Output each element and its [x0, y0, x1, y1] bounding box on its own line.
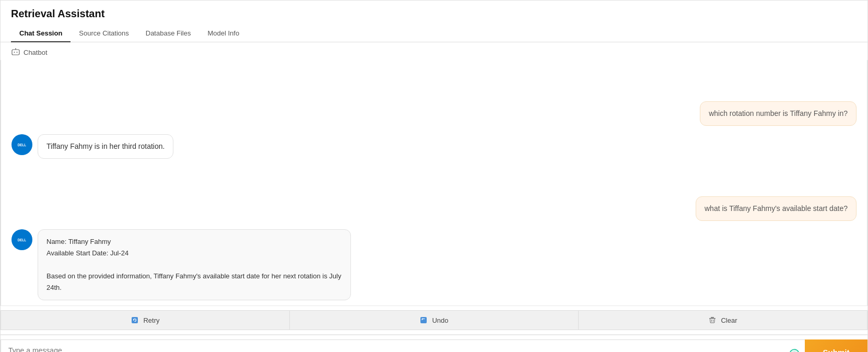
svg-rect-11 — [709, 318, 715, 319]
input-wrapper — [1, 339, 805, 352]
tab-database-files[interactable]: Database Files — [137, 25, 200, 42]
submit-label: Submit — [823, 348, 850, 353]
message-row: DELL Tiffany Fahmy is in her third rotat… — [11, 134, 857, 159]
svg-point-1 — [14, 52, 15, 53]
clear-button[interactable]: Clear — [579, 310, 867, 330]
messages-container[interactable]: which rotation number is Tiffany Fahmy i… — [1, 60, 867, 306]
bot-avatar: DELL — [11, 229, 32, 250]
svg-text:DELL: DELL — [18, 238, 27, 242]
chatbot-icon — [11, 48, 20, 57]
user-bubble: which rotation number is Tiffany Fahmy i… — [700, 101, 857, 126]
message-input[interactable] — [1, 339, 805, 352]
svg-rect-12 — [711, 317, 714, 318]
chatbot-label-text: Chatbot — [24, 49, 48, 56]
retry-label: Retry — [143, 316, 159, 324]
undo-icon — [419, 316, 428, 324]
message-text: what is Tiffany Fahmy's available start … — [705, 204, 848, 213]
svg-point-4 — [15, 48, 16, 49]
undo-button[interactable]: Undo — [289, 310, 579, 330]
undo-label: Undo — [432, 316, 448, 324]
tab-source-citations[interactable]: Source Citations — [71, 25, 137, 42]
action-buttons-row: Retry Undo — [1, 306, 867, 335]
grammarly-icon — [789, 349, 800, 352]
message-text: Tiffany Fahmy is in her third rotation. — [46, 142, 165, 150]
message-row: which rotation number is Tiffany Fahmy i… — [11, 101, 857, 126]
message-row: what is Tiffany Fahmy's available start … — [11, 196, 857, 221]
chatbot-label-row: Chatbot — [1, 42, 867, 60]
bot-bubble-info: Name: Tiffany Fahmy Available Start Date… — [38, 229, 351, 300]
svg-point-2 — [17, 52, 18, 53]
bot-bubble: Tiffany Fahmy is in her third rotation. — [38, 134, 173, 159]
message-text: which rotation number is Tiffany Fahmy i… — [709, 109, 848, 118]
chat-area: Chatbot which rotation number is Tiffany… — [1, 42, 867, 352]
tabs-bar: Chat Session Source Citations Database F… — [1, 25, 867, 42]
svg-rect-10 — [420, 317, 427, 323]
message-text: Name: Tiffany Fahmy Available Start Date… — [46, 236, 342, 294]
clear-label: Clear — [721, 316, 737, 324]
submit-button[interactable]: Submit — [805, 339, 867, 352]
tab-chat-session[interactable]: Chat Session — [11, 25, 71, 42]
page-title: Retrieval Assistant — [1, 1, 867, 25]
input-row: Submit — [1, 335, 867, 352]
retry-icon — [131, 316, 139, 324]
svg-text:DELL: DELL — [18, 143, 27, 147]
svg-rect-9 — [132, 317, 138, 323]
trash-icon — [708, 316, 717, 324]
message-row: DELL Name: Tiffany Fahmy Available Start… — [11, 229, 857, 300]
retry-button[interactable]: Retry — [1, 310, 289, 330]
tab-model-info[interactable]: Model Info — [199, 25, 248, 42]
user-bubble: what is Tiffany Fahmy's available start … — [696, 196, 857, 221]
svg-rect-0 — [12, 50, 19, 55]
bot-avatar: DELL — [11, 134, 32, 155]
